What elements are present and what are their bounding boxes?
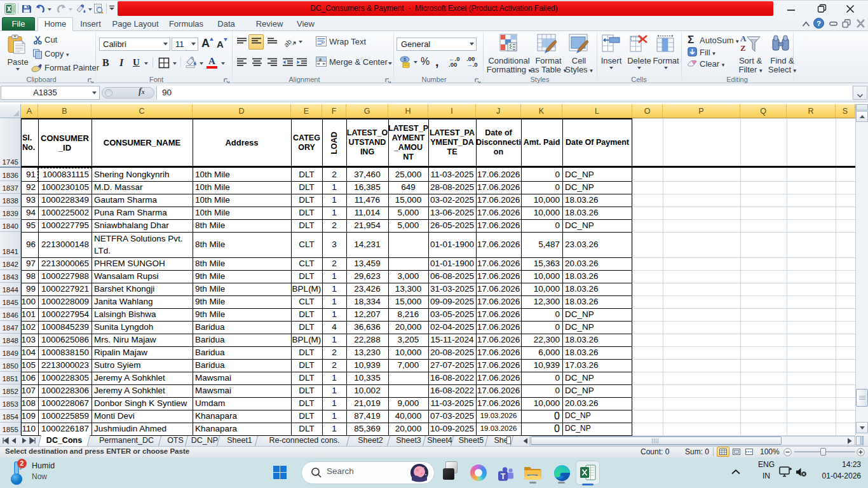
svg-text:ab: ab: [284, 37, 293, 48]
svg-text:Z: Z: [740, 43, 746, 53]
svg-text:?: ?: [817, 20, 821, 27]
svg-text:a: a: [319, 57, 322, 62]
svg-text:A: A: [740, 34, 747, 43]
svg-text:T: T: [501, 472, 506, 481]
